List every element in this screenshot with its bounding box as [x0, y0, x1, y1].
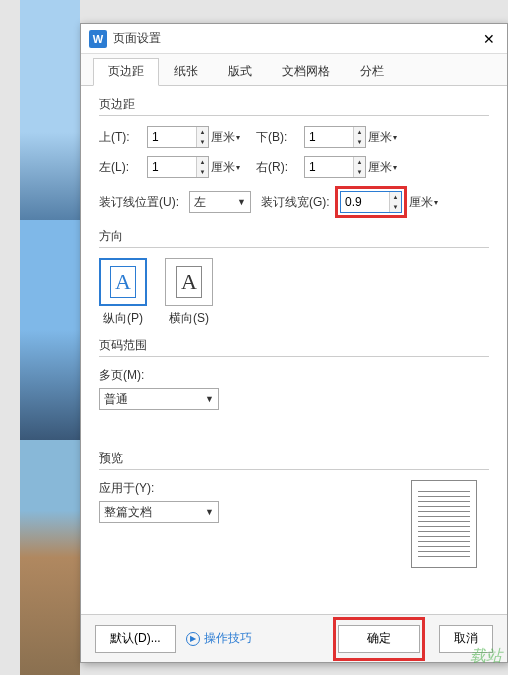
- multi-label: 多页(M):: [99, 367, 489, 384]
- gutter-width-input[interactable]: [341, 192, 389, 212]
- spin-up-icon[interactable]: ▲: [197, 157, 208, 167]
- top-spinner[interactable]: ▲▼: [147, 126, 209, 148]
- dialog-title: 页面设置: [113, 30, 479, 47]
- orientation-portrait[interactable]: A 纵向(P): [99, 258, 147, 327]
- play-icon: ▶: [186, 632, 200, 646]
- range-legend: 页码范围: [99, 337, 489, 357]
- multi-combo[interactable]: 普通▼: [99, 388, 219, 410]
- spin-up-icon[interactable]: ▲: [354, 157, 365, 167]
- portrait-icon: A: [110, 266, 136, 298]
- bottom-label: 下(B):: [256, 129, 304, 146]
- tab-margins[interactable]: 页边距: [93, 58, 159, 86]
- bottom-spinner[interactable]: ▲▼: [304, 126, 366, 148]
- top-input[interactable]: [148, 127, 196, 147]
- orientation-landscape[interactable]: A 横向(S): [165, 258, 213, 327]
- close-button[interactable]: ✕: [479, 29, 499, 49]
- gutter-width-label: 装订线宽(G):: [261, 194, 335, 211]
- orientation-legend: 方向: [99, 228, 489, 248]
- orientation-fieldset: 方向 A 纵向(P) A 横向(S): [99, 228, 489, 327]
- left-input[interactable]: [148, 157, 196, 177]
- tab-columns[interactable]: 分栏: [345, 58, 399, 85]
- range-fieldset: 页码范围 多页(M): 普通▼: [99, 337, 489, 410]
- left-label: 左(L):: [99, 159, 147, 176]
- gutter-pos-label: 装订线位置(U):: [99, 194, 189, 211]
- highlight-gutter-width: ▲▼: [335, 186, 407, 218]
- right-unit[interactable]: 厘米▾: [368, 159, 397, 176]
- dialog-content: 页边距 上(T): ▲▼ 厘米▾ 下(B): ▲▼: [81, 86, 507, 543]
- dialog-footer: 默认(D)... ▶ 操作技巧 确定 取消: [81, 614, 507, 662]
- page-setup-dialog: W 页面设置 ✕ 页边距 纸张 版式 文档网格 分栏 页边距 上(T): ▲▼ …: [80, 23, 508, 663]
- spin-down-icon[interactable]: ▼: [354, 167, 365, 177]
- spin-down-icon[interactable]: ▼: [197, 137, 208, 147]
- right-label: 右(R):: [256, 159, 304, 176]
- spin-up-icon[interactable]: ▲: [390, 192, 401, 202]
- chevron-down-icon: ▼: [205, 394, 214, 404]
- default-button[interactable]: 默认(D)...: [95, 625, 176, 653]
- highlight-ok: 确定: [333, 617, 425, 661]
- titlebar: W 页面设置 ✕: [81, 24, 507, 54]
- spin-up-icon[interactable]: ▲: [197, 127, 208, 137]
- gutter-width-spinner[interactable]: ▲▼: [340, 191, 402, 213]
- spin-down-icon[interactable]: ▼: [197, 167, 208, 177]
- left-unit[interactable]: 厘米▾: [211, 159, 240, 176]
- chevron-down-icon: ▼: [237, 197, 246, 207]
- apply-combo[interactable]: 整篇文档▼: [99, 501, 219, 523]
- landscape-icon: A: [176, 266, 202, 298]
- top-unit[interactable]: 厘米▾: [211, 129, 240, 146]
- chevron-down-icon: ▼: [205, 507, 214, 517]
- spin-down-icon[interactable]: ▼: [354, 137, 365, 147]
- margins-fieldset: 页边距 上(T): ▲▼ 厘米▾ 下(B): ▲▼: [99, 96, 489, 218]
- tab-grid[interactable]: 文档网格: [267, 58, 345, 85]
- background-images: [20, 0, 80, 675]
- tab-layout[interactable]: 版式: [213, 58, 267, 85]
- app-icon: W: [89, 30, 107, 48]
- preview-thumbnail: [411, 480, 477, 568]
- gutter-width-unit[interactable]: 厘米▾: [409, 194, 438, 211]
- top-label: 上(T):: [99, 129, 147, 146]
- right-input[interactable]: [305, 157, 353, 177]
- ok-button[interactable]: 确定: [338, 625, 420, 653]
- gutter-pos-combo[interactable]: 左▼: [189, 191, 251, 213]
- tips-link[interactable]: ▶ 操作技巧: [186, 630, 252, 647]
- bottom-unit[interactable]: 厘米▾: [368, 129, 397, 146]
- cancel-button[interactable]: 取消: [439, 625, 493, 653]
- preview-legend: 预览: [99, 450, 489, 470]
- right-spinner[interactable]: ▲▼: [304, 156, 366, 178]
- spin-up-icon[interactable]: ▲: [354, 127, 365, 137]
- tab-paper[interactable]: 纸张: [159, 58, 213, 85]
- spin-down-icon[interactable]: ▼: [390, 202, 401, 212]
- left-spinner[interactable]: ▲▼: [147, 156, 209, 178]
- margins-legend: 页边距: [99, 96, 489, 116]
- tab-bar: 页边距 纸张 版式 文档网格 分栏: [81, 54, 507, 86]
- bottom-input[interactable]: [305, 127, 353, 147]
